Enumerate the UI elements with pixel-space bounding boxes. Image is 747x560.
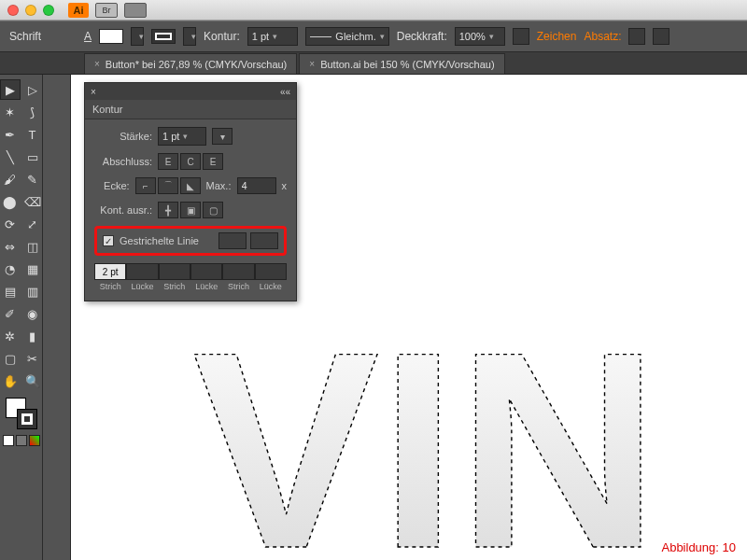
color-mode-button[interactable]	[3, 435, 14, 446]
perspective-grid-tool[interactable]: ▦	[22, 259, 43, 279]
align-stroke-inside-button[interactable]: ▣	[180, 202, 201, 218]
stroke-dropdown[interactable]	[183, 27, 196, 46]
control-bar: Schrift A Kontur: 1 pt Gleichm. Deckkraf…	[0, 21, 747, 52]
cap-round-button[interactable]: C	[180, 153, 201, 170]
stroke-panel-header[interactable]: ×««	[85, 83, 296, 100]
dashed-line-label: Gestrichelte Linie	[120, 235, 199, 246]
bridge-button[interactable]: Br	[95, 3, 118, 18]
stroke-profile-label: Gleichm.	[335, 31, 375, 42]
canvas-area[interactable]: ×«« Kontur Stärke: 1 pt ▾ Abschluss: E C…	[71, 75, 747, 560]
dash-label: Lücke	[126, 282, 158, 291]
stroke-panel-title: Kontur	[85, 100, 296, 119]
hand-tool[interactable]: ✋	[0, 371, 21, 391]
mesh-tool[interactable]: ▤	[0, 281, 21, 301]
align-stroke-center-button[interactable]: ╋	[158, 202, 178, 218]
artwork-text[interactable]: VIN	[192, 304, 747, 560]
context-label: Schrift	[9, 30, 41, 43]
direct-selection-tool[interactable]: ▷	[22, 79, 43, 100]
lasso-tool[interactable]: ⟆	[22, 102, 43, 122]
document-tab-label: Button* bei 267,89 % (CMYK/Vorschau)	[106, 59, 287, 70]
svg-text:VIN: VIN	[192, 304, 659, 560]
dash-field-1[interactable]	[94, 263, 126, 280]
tools-panel: ▶▷ ✶⟆ ✒T ╲▭ 🖌✎ ⬤⌫ ⟳⤢ ⇔◫ ◔▦ ▤▥ ✐◉ ✲▮ ▢✂ ✋…	[0, 75, 43, 560]
weight-stepper[interactable]: ▾	[212, 128, 233, 145]
join-round-button[interactable]: ⌒	[158, 177, 178, 194]
recolor-button[interactable]	[513, 28, 529, 45]
cap-projecting-button[interactable]: E	[203, 153, 223, 170]
rectangle-tool[interactable]: ▭	[22, 147, 43, 167]
close-tab-icon[interactable]: ×	[94, 59, 100, 69]
dash-field-2[interactable]	[159, 263, 190, 280]
pen-tool[interactable]: ✒	[0, 124, 21, 145]
eyedropper-tool[interactable]: ✐	[0, 303, 21, 324]
weight-label: Stärke:	[94, 131, 152, 142]
gap-field-2[interactable]	[190, 263, 222, 280]
collapsed-panel-strip[interactable]	[43, 75, 71, 560]
blend-tool[interactable]: ◉	[22, 303, 43, 324]
artboard-tool[interactable]: ▢	[0, 348, 21, 369]
rotate-tool[interactable]: ⟳	[0, 214, 21, 234]
paragraph-panel-link[interactable]: Absatz:	[584, 30, 621, 43]
minimize-window-button[interactable]	[25, 5, 36, 16]
width-tool[interactable]: ⇔	[0, 236, 21, 257]
pencil-tool[interactable]: ✎	[22, 169, 43, 189]
cap-label: Abschluss:	[94, 156, 152, 167]
gradient-mode-button[interactable]	[16, 435, 27, 446]
miter-limit-field[interactable]	[237, 177, 276, 194]
scale-tool[interactable]: ⤢	[22, 214, 43, 234]
dash-align-corners-button[interactable]	[250, 232, 278, 249]
join-miter-button[interactable]: ⌐	[135, 177, 156, 194]
gap-field-1[interactable]	[126, 263, 158, 280]
document-tab[interactable]: × Button.ai bei 150 % (CMYK/Vorschau)	[299, 53, 504, 74]
close-window-button[interactable]	[7, 5, 19, 16]
document-tab-strip: × Button* bei 267,89 % (CMYK/Vorschau) ×…	[0, 52, 747, 75]
panel-menu-icon[interactable]: ««	[280, 87, 290, 97]
arrange-documents-button[interactable]	[124, 3, 147, 18]
stroke-swatch[interactable]	[151, 29, 176, 44]
paintbrush-tool[interactable]: 🖌	[0, 169, 21, 189]
fill-swatch[interactable]	[99, 29, 123, 44]
char-icon[interactable]: A	[84, 30, 92, 43]
zoom-window-button[interactable]	[43, 5, 54, 16]
selection-tool[interactable]: ▶	[0, 79, 21, 100]
join-bevel-button[interactable]: ◣	[180, 177, 201, 194]
symbol-sprayer-tool[interactable]: ✲	[0, 326, 21, 346]
figure-caption: Abbildung: 10	[661, 540, 736, 554]
opacity-field[interactable]: 100%	[455, 27, 505, 46]
character-panel-link[interactable]: Zeichen	[537, 30, 577, 43]
dash-align-exact-button[interactable]	[218, 232, 247, 249]
document-tab[interactable]: × Button* bei 267,89 % (CMYK/Vorschau)	[84, 53, 297, 74]
blob-brush-tool[interactable]: ⬤	[0, 191, 21, 212]
dash-pattern-grid: Strich Lücke Strich Lücke Strich Lücke	[94, 263, 287, 291]
shape-builder-tool[interactable]: ◔	[0, 259, 21, 279]
gap-field-3[interactable]	[255, 263, 287, 280]
magic-wand-tool[interactable]: ✶	[0, 102, 21, 122]
align-left-button[interactable]	[628, 28, 645, 45]
corner-label: Ecke:	[94, 180, 130, 191]
zoom-tool[interactable]: 🔍	[22, 371, 43, 391]
close-panel-icon[interactable]: ×	[91, 87, 96, 97]
eraser-tool[interactable]: ⌫	[22, 191, 43, 212]
align-center-button[interactable]	[653, 28, 669, 45]
weight-field[interactable]: 1 pt	[158, 127, 206, 146]
fill-dropdown[interactable]	[131, 27, 144, 46]
cap-butt-button[interactable]: E	[158, 153, 178, 170]
dashed-line-checkbox[interactable]: ✓	[103, 235, 114, 246]
fill-stroke-control[interactable]	[6, 398, 37, 429]
dashed-line-row-highlight: ✓ Gestrichelte Linie	[94, 226, 287, 256]
line-tool[interactable]: ╲	[0, 147, 21, 167]
dash-label: Strich	[159, 282, 190, 291]
stroke-profile-dropdown[interactable]: Gleichm.	[305, 27, 389, 46]
dash-label: Strich	[94, 282, 126, 291]
close-tab-icon[interactable]: ×	[309, 59, 315, 69]
column-graph-tool[interactable]: ▮	[22, 326, 43, 346]
stroke-weight-field[interactable]: 1 pt	[247, 27, 298, 46]
none-mode-button[interactable]	[29, 435, 40, 446]
slice-tool[interactable]: ✂	[22, 348, 43, 369]
free-transform-tool[interactable]: ◫	[22, 236, 43, 257]
document-tab-label: Button.ai bei 150 % (CMYK/Vorschau)	[320, 59, 494, 70]
type-tool[interactable]: T	[22, 124, 43, 145]
align-stroke-outside-button[interactable]: ▢	[203, 202, 223, 218]
dash-field-3[interactable]	[222, 263, 254, 280]
gradient-tool[interactable]: ▥	[22, 281, 43, 301]
